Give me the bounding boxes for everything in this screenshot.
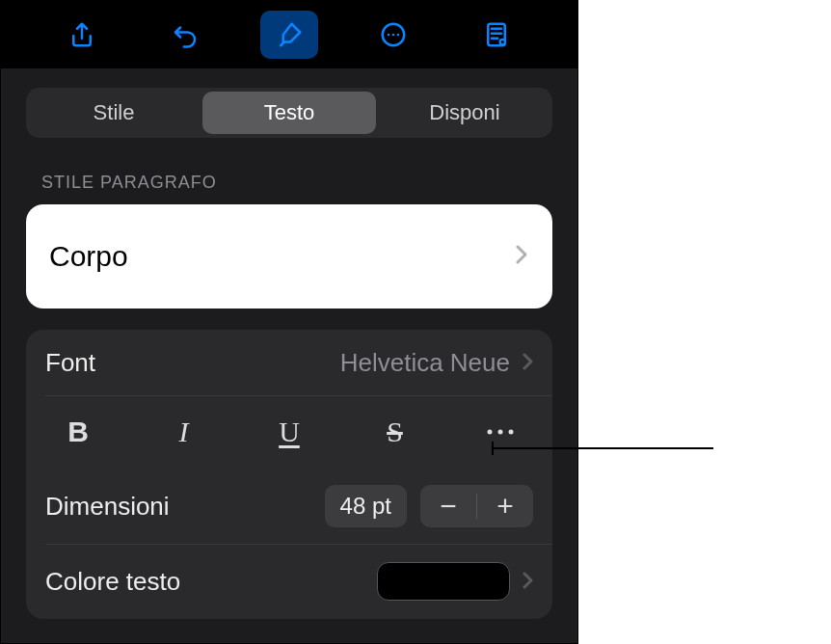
inspector-segmented-control: Stile Testo Disponi bbox=[26, 88, 552, 138]
segmented-control-wrap: Stile Testo Disponi bbox=[1, 68, 577, 153]
document-view-button[interactable] bbox=[468, 11, 525, 59]
text-format-card: Font Helvetica Neue B I U S bbox=[26, 330, 552, 619]
text-color-row[interactable]: Colore testo bbox=[26, 544, 552, 619]
font-row[interactable]: Font Helvetica Neue bbox=[26, 330, 552, 395]
segment-style[interactable]: Stile bbox=[26, 88, 201, 138]
size-increase-button[interactable]: + bbox=[477, 485, 533, 527]
ellipsis-icon bbox=[485, 427, 516, 437]
svg-point-6 bbox=[501, 40, 504, 43]
size-label: Dimensioni bbox=[45, 492, 170, 522]
more-button[interactable] bbox=[364, 11, 422, 59]
font-value: Helvetica Neue bbox=[340, 348, 510, 378]
paragraph-style-section-label: Stile paragrafo bbox=[1, 153, 577, 204]
share-button[interactable] bbox=[53, 11, 111, 59]
text-style-buttons-row: B I U S bbox=[26, 395, 552, 469]
svg-point-7 bbox=[488, 430, 493, 435]
undo-button[interactable] bbox=[156, 11, 214, 59]
chevron-right-icon bbox=[522, 348, 533, 378]
italic-button[interactable]: I bbox=[165, 413, 203, 451]
size-value[interactable]: 48 pt bbox=[325, 485, 407, 527]
chevron-right-icon bbox=[514, 243, 529, 270]
share-icon bbox=[67, 20, 96, 49]
callout-leader-line bbox=[492, 447, 713, 449]
font-label: Font bbox=[45, 348, 95, 378]
svg-point-1 bbox=[387, 34, 389, 37]
format-button[interactable] bbox=[260, 11, 318, 59]
segment-arrange[interactable]: Disponi bbox=[377, 88, 552, 138]
document-view-icon bbox=[482, 20, 511, 49]
underline-button[interactable]: U bbox=[270, 413, 308, 451]
bold-button[interactable]: B bbox=[59, 413, 97, 451]
strikethrough-button[interactable]: S bbox=[376, 413, 415, 451]
svg-point-9 bbox=[509, 430, 514, 435]
format-brush-icon bbox=[275, 20, 304, 49]
svg-point-2 bbox=[391, 34, 394, 37]
paragraph-style-row[interactable]: Corpo bbox=[26, 204, 552, 309]
paragraph-style-value: Corpo bbox=[49, 240, 128, 273]
chevron-right-icon bbox=[522, 567, 533, 597]
text-color-label: Colore testo bbox=[45, 567, 180, 597]
top-toolbar bbox=[1, 1, 577, 68]
size-stepper: − + bbox=[420, 485, 533, 527]
ellipsis-circle-icon bbox=[379, 20, 408, 49]
segment-text[interactable]: Testo bbox=[201, 88, 377, 138]
format-inspector-panel: Stile Testo Disponi Stile paragrafo Corp… bbox=[0, 0, 578, 644]
text-color-swatch[interactable] bbox=[377, 562, 510, 601]
size-decrease-button[interactable]: − bbox=[420, 485, 476, 527]
svg-point-8 bbox=[498, 430, 503, 435]
size-row: Dimensioni 48 pt − + bbox=[26, 469, 552, 544]
svg-point-3 bbox=[396, 34, 399, 37]
more-text-options-button[interactable] bbox=[481, 413, 520, 451]
undo-icon bbox=[171, 20, 200, 49]
